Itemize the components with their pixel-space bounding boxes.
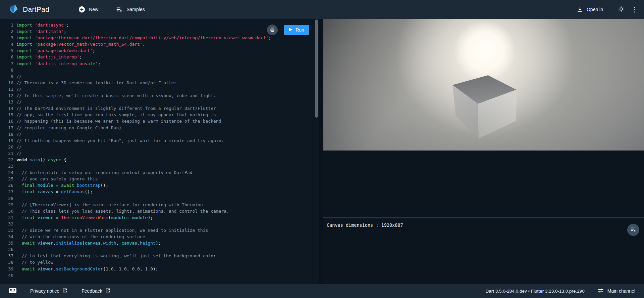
channel-selector-button[interactable]: Main channel: [597, 287, 635, 295]
line-number: 24: [0, 169, 13, 176]
samples-button[interactable]: Samples: [113, 4, 147, 15]
line-number: 9: [0, 73, 13, 80]
privacy-notice-link[interactable]: Privacy notice: [30, 288, 67, 294]
version-info: Dart 3.5.0-284.0.dev • Flutter 3.23.0-13…: [486, 289, 585, 294]
code-line[interactable]: 27 final canvas = getCanvas();: [0, 188, 319, 195]
line-number: 20: [0, 144, 13, 150]
main-split: 1import 'dart:async';2import 'dart:math'…: [0, 19, 644, 284]
code-line[interactable]: 39 await viewer.setBackgroundColor(1.0, …: [0, 266, 319, 272]
keyboard-icon: [9, 287, 17, 295]
pane-divider[interactable]: [319, 19, 323, 284]
open-in-button[interactable]: Open in: [574, 4, 606, 15]
line-number: 28: [0, 195, 13, 202]
code-area[interactable]: 1import 'dart:async';2import 'dart:math'…: [0, 19, 319, 279]
keyboard-shortcuts-button[interactable]: [9, 287, 17, 295]
code-line[interactable]: 32: [0, 221, 319, 227]
tune-icon: [597, 287, 604, 295]
channel-label: Main channel: [607, 288, 635, 294]
line-number: 36: [0, 246, 13, 253]
samples-button-label: Samples: [126, 7, 145, 12]
code-line[interactable]: 31 final viewer = ThermionViewerWasm(mod…: [0, 214, 319, 221]
code-line[interactable]: 20//: [0, 144, 319, 150]
line-number: 16: [0, 118, 13, 124]
code-line[interactable]: 5import 'package:web/web.dart';: [0, 47, 319, 54]
code-line[interactable]: 17// compiler running on Google Cloud Ru…: [0, 125, 319, 131]
brand: DartPad: [9, 4, 49, 15]
code-line[interactable]: 15// app, so the first time you run this…: [0, 112, 319, 118]
line-number: 15: [0, 112, 13, 118]
code-line[interactable]: 38 // to yellow: [0, 259, 319, 265]
line-number: 22: [0, 157, 13, 163]
run-button-label: Run: [296, 27, 304, 33]
code-line[interactable]: 29 // [ThermionViewer] is the main inter…: [0, 202, 319, 208]
3d-viewer-canvas[interactable]: [323, 19, 644, 151]
line-number: 17: [0, 125, 13, 131]
line-number: 26: [0, 182, 13, 188]
code-line[interactable]: 11//: [0, 86, 319, 92]
line-number: 33: [0, 227, 13, 233]
new-button[interactable]: New: [75, 4, 101, 15]
code-line[interactable]: 30 // This class lets you load assets, l…: [0, 208, 319, 214]
brightness-toggle-button[interactable]: [614, 3, 628, 16]
line-number: 29: [0, 202, 13, 208]
code-line[interactable]: 8: [0, 67, 319, 73]
app-header: DartPad New Samples Open in: [0, 0, 644, 19]
code-line[interactable]: 16// happening (this is because we aren'…: [0, 118, 319, 124]
code-line[interactable]: 13//: [0, 99, 319, 105]
line-number: 18: [0, 131, 13, 137]
line-number: 32: [0, 221, 13, 227]
code-line[interactable]: 19// If nothing happens when you hit "Ru…: [0, 137, 319, 144]
open-in-new-icon: [105, 288, 110, 294]
code-line[interactable]: 10// Thermion is a 3D rendering toolkit …: [0, 80, 319, 86]
code-line[interactable]: 28: [0, 195, 319, 202]
privacy-notice-label: Privacy notice: [30, 288, 59, 294]
status-bar: Privacy notice Feedback Dart 3.5.0-284.0…: [0, 284, 644, 298]
code-editor-pane: 1import 'dart:async';2import 'dart:math'…: [0, 19, 319, 284]
run-button[interactable]: Run: [284, 25, 309, 35]
code-line[interactable]: 37 // to test that everything is working…: [0, 253, 319, 259]
code-line[interactable]: 9//: [0, 73, 319, 80]
line-number: 25: [0, 176, 13, 182]
code-line[interactable]: 22void main() async {: [0, 157, 319, 163]
line-number: 14: [0, 105, 13, 112]
line-number: 38: [0, 259, 13, 265]
code-line[interactable]: 24 // boilerplate to setup our rendering…: [0, 169, 319, 176]
new-button-label: New: [89, 7, 98, 12]
line-number: 35: [0, 240, 13, 246]
line-number: 6: [0, 54, 13, 60]
code-line[interactable]: 33 // since we're not in a Flutter appli…: [0, 227, 319, 233]
line-number: 13: [0, 99, 13, 105]
dartpad-logo-icon: [9, 4, 19, 15]
overflow-menu-button[interactable]: ⋮: [628, 3, 641, 16]
code-line[interactable]: 12// In this sample, we'll create a basi…: [0, 92, 319, 99]
code-line[interactable]: 26 final module = await bootstrap();: [0, 182, 319, 188]
code-line[interactable]: 35 await viewer.initialize(canvas.width,…: [0, 240, 319, 246]
code-line[interactable]: 18//: [0, 131, 319, 137]
line-number: 34: [0, 233, 13, 240]
code-line[interactable]: 21//: [0, 150, 319, 157]
clear-console-button[interactable]: [627, 224, 639, 236]
code-line[interactable]: 34 // with the dimensions of the renderi…: [0, 233, 319, 240]
code-line[interactable]: 7import 'dart:js_interop_unsafe';: [0, 60, 319, 67]
console-panel: Canvas dimensions : 644x298: [323, 218, 644, 284]
code-line[interactable]: 4import 'package:vector_math/vector_math…: [0, 41, 319, 47]
feedback-link[interactable]: Feedback: [82, 288, 110, 294]
line-number: 31: [0, 214, 13, 221]
output-pane: Canvas dimensions : 644x298: [323, 19, 644, 284]
console-output: Canvas dimensions : 644x298: [323, 218, 644, 228]
feedback-label: Feedback: [82, 288, 102, 294]
line-number: 7: [0, 60, 13, 67]
line-number: 12: [0, 92, 13, 99]
format-code-button[interactable]: [267, 25, 278, 35]
line-number: 5: [0, 47, 13, 54]
code-line[interactable]: 3import 'package:thermion_dart/thermion_…: [0, 35, 319, 41]
playlist-add-icon: [116, 6, 123, 13]
editor-scrollbar-thumb[interactable]: [315, 19, 318, 118]
code-line[interactable]: 40: [0, 272, 319, 279]
code-line[interactable]: 23: [0, 163, 319, 169]
code-line[interactable]: 36: [0, 246, 319, 253]
code-line[interactable]: 14// The DartPad environment is slightly…: [0, 105, 319, 112]
code-line[interactable]: 6import 'dart:js_interop';: [0, 54, 319, 60]
code-line[interactable]: 25 // you can safely ignore this: [0, 176, 319, 182]
line-number: 4: [0, 41, 13, 47]
